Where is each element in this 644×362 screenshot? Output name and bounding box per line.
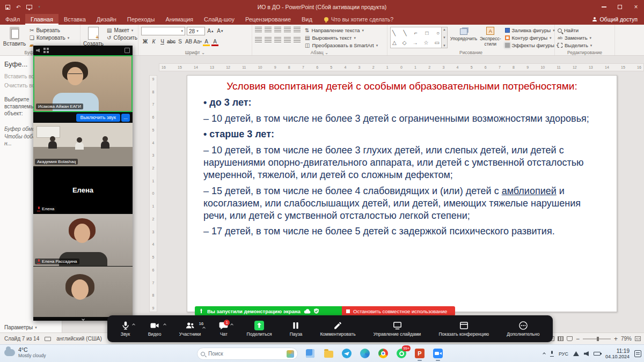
show-meeting-button[interactable]: Показать конференцию: [436, 321, 491, 337]
shape-outline-button[interactable]: Контур фигуры▾: [505, 35, 559, 41]
chevron-up-icon[interactable]: [132, 323, 135, 327]
shape-arrow-icon[interactable]: →: [412, 40, 418, 46]
replace-button[interactable]: abЗаменить▾: [558, 35, 612, 41]
shape-triangle-icon[interactable]: △: [392, 40, 397, 46]
mute-button[interactable]: Выключить звук: [76, 114, 121, 122]
italic-button[interactable]: К: [150, 38, 158, 46]
file-explorer-button[interactable]: [321, 346, 335, 360]
bullets-icon[interactable]: [255, 27, 262, 32]
audio-button[interactable]: Звук: [119, 321, 133, 337]
tell-me-search[interactable]: Что вы хотите сделать?: [324, 14, 393, 25]
powerpoint-button[interactable]: P: [413, 346, 427, 360]
shape-line2-icon[interactable]: ╲: [404, 30, 407, 36]
layout-button[interactable]: ▤Макет▾: [107, 27, 137, 33]
char-spacing-button[interactable]: АВ: [185, 38, 193, 46]
share-button[interactable]: Общий доступ: [592, 14, 638, 25]
tab-insert[interactable]: Вставка: [58, 14, 91, 25]
annotate-button[interactable]: Комментировать: [318, 321, 357, 337]
share-screen-button[interactable]: Поделиться: [245, 321, 274, 337]
font-color-button[interactable]: А: [211, 38, 219, 46]
align-right-icon[interactable]: [274, 37, 281, 42]
undo-icon[interactable]: ↶: [16, 4, 20, 10]
shape-star-icon[interactable]: ☆: [424, 40, 429, 46]
shape-rect-icon[interactable]: □: [425, 30, 428, 36]
font-name-combo[interactable]: ▾: [141, 27, 185, 35]
increase-font-icon[interactable]: А▲: [207, 27, 215, 35]
language-indicator[interactable]: английский (США): [56, 336, 102, 342]
shape-line-icon[interactable]: ╲: [392, 30, 396, 36]
notification-center-icon[interactable]: [634, 350, 641, 357]
shape-effects-button[interactable]: Эффекты фигуры▾: [505, 42, 559, 48]
network-icon[interactable]: [573, 351, 579, 356]
collapse-panel-icon[interactable]: [82, 317, 85, 321]
paste-button[interactable]: Вставить: [3, 27, 26, 49]
tab-animation[interactable]: Анимация: [160, 14, 199, 25]
tab-design[interactable]: Дизайн: [91, 14, 122, 25]
taskbar-search[interactable]: Поиск: [197, 348, 298, 360]
close-button[interactable]: ×: [628, 0, 644, 14]
select-button[interactable]: Выделить▾: [558, 42, 612, 48]
video-tile[interactable]: Елена Рассадина: [33, 214, 133, 267]
vertical-ruler[interactable]: 9876543210123456789: [149, 75, 157, 312]
align-left-icon[interactable]: [255, 37, 262, 42]
strikethrough-button[interactable]: abc: [167, 38, 175, 46]
text-direction-button[interactable]: ⇅Направление текста▾: [305, 27, 378, 33]
shape-elbow-icon[interactable]: ⌐: [414, 30, 418, 36]
qat-customize-icon[interactable]: ▾: [38, 5, 40, 9]
line-spacing-icon[interactable]: [294, 27, 301, 32]
clipboard-options-button[interactable]: Параметры▾: [4, 324, 37, 330]
gallery-view-icon[interactable]: [43, 48, 49, 53]
video-tile[interactable]: Исакова Айжан ЕАГИ: [33, 55, 133, 112]
shape-fill-button[interactable]: Заливка фигуры▾: [505, 27, 559, 33]
font-size-combo[interactable]: 28▾: [187, 27, 205, 35]
zoom-out-button[interactable]: −: [576, 335, 580, 343]
zoom-in-button[interactable]: +: [614, 335, 618, 343]
tray-microphone-icon[interactable]: [550, 351, 554, 357]
underline-button[interactable]: Ч: [158, 38, 166, 46]
participants-button[interactable]: 16 Участники: [177, 321, 203, 337]
shape-gallery[interactable]: ╲╲⌐□○ △◇→☆▭: [390, 27, 442, 48]
arrange-button[interactable]: Упорядочить: [451, 27, 476, 49]
tab-view[interactable]: Вид: [296, 14, 318, 25]
find-button[interactable]: Найти: [558, 27, 612, 33]
stop-share-button[interactable]: Остановить совместное использование: [342, 306, 455, 316]
volume-icon[interactable]: [584, 351, 589, 356]
horizontal-ruler[interactable]: 1615141312111098765432101234567891011121…: [159, 63, 644, 71]
video-tile[interactable]: [33, 267, 133, 317]
columns-icon[interactable]: [294, 37, 301, 42]
text-shadow-button[interactable]: S: [176, 38, 184, 46]
slide-control-button[interactable]: Управление слайдами: [371, 321, 423, 337]
video-button[interactable]: Видео: [146, 321, 164, 337]
change-case-button[interactable]: Аа▾: [193, 38, 202, 46]
tab-transitions[interactable]: Переходы: [122, 14, 160, 25]
task-view-button[interactable]: [303, 346, 317, 360]
shape-oval-icon[interactable]: ○: [436, 30, 440, 36]
more-options-button[interactable]: ...: [121, 114, 130, 122]
tab-review[interactable]: Рецензирование: [240, 14, 296, 25]
cut-button[interactable]: ✂Вырезать: [30, 27, 69, 33]
shape-diamond-icon[interactable]: ◇: [402, 40, 407, 46]
chevron-up-icon[interactable]: [202, 327, 206, 330]
telegram-button[interactable]: [340, 346, 354, 360]
justify-icon[interactable]: [284, 37, 291, 42]
keyboard-language[interactable]: РУС: [559, 351, 568, 357]
slide-canvas[interactable]: Условия воспитания детей с особыми образ…: [187, 75, 617, 312]
bold-button[interactable]: Ж: [141, 38, 149, 46]
chevron-up-icon[interactable]: [163, 323, 166, 327]
shape-rect2-icon[interactable]: ▭: [435, 40, 440, 46]
chevron-up-icon[interactable]: [231, 323, 234, 327]
tab-slideshow[interactable]: Слайд-шоу: [199, 14, 240, 25]
chat-button[interactable]: 1 Чат: [216, 321, 231, 337]
tab-home[interactable]: Главная: [25, 14, 58, 25]
edge-button[interactable]: [358, 346, 372, 360]
copy-button[interactable]: ❏Копировать▾: [30, 35, 69, 41]
zoom-slider[interactable]: [583, 338, 611, 339]
decrease-font-icon[interactable]: А▼: [216, 27, 224, 35]
slideshow-start-icon[interactable]: [26, 5, 32, 9]
fullscreen-icon[interactable]: [125, 48, 130, 53]
weather-widget[interactable]: 4°C Mostly cloudy: [4, 346, 46, 358]
battery-icon[interactable]: [594, 352, 601, 356]
minimize-button[interactable]: [596, 0, 612, 14]
decrease-indent-icon[interactable]: [274, 27, 281, 32]
tab-file[interactable]: Файл: [0, 14, 25, 25]
